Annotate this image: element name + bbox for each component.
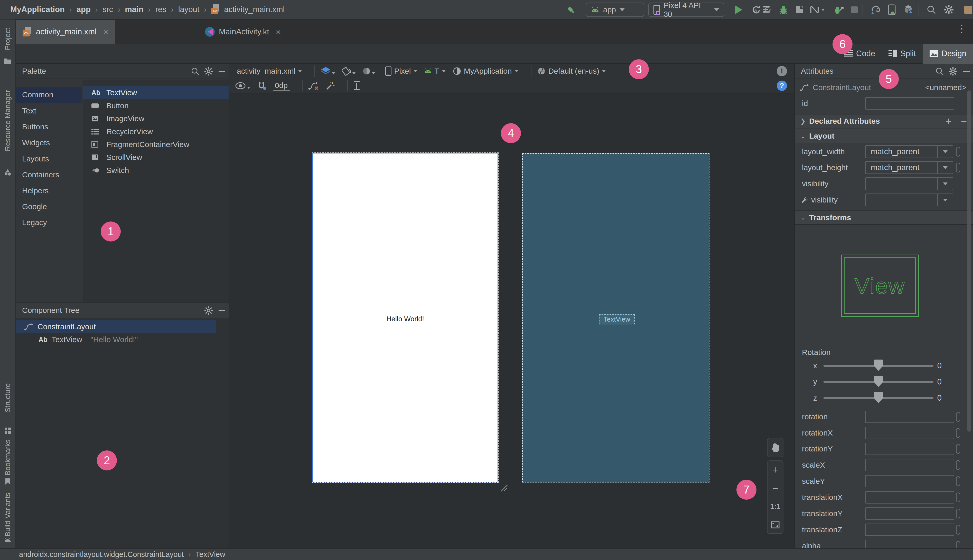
zoom-actual-button[interactable]: 1:1 [767, 497, 783, 516]
rotation-x-slider-thumb[interactable] [874, 360, 883, 371]
orientation-select[interactable] [342, 67, 356, 76]
default-margin-select[interactable]: 0dp [273, 81, 290, 91]
design-surface-select[interactable] [321, 67, 335, 76]
remove-attribute-icon[interactable]: − [961, 115, 967, 127]
palette-category-google[interactable]: Google [16, 198, 82, 215]
close-tab-icon[interactable]: × [276, 27, 281, 37]
layout-section[interactable]: ⌄ Layout [795, 129, 973, 143]
alpha-input[interactable] [865, 540, 954, 548]
close-tab-icon[interactable]: × [103, 27, 109, 37]
palette-gear-icon[interactable] [202, 65, 215, 78]
translationx-input[interactable] [865, 491, 954, 503]
pack-selection-select[interactable] [353, 81, 360, 91]
rotation-input[interactable] [865, 411, 954, 423]
palette-item-recyclerview[interactable]: RecyclerView [83, 125, 229, 138]
palette-category-layouts[interactable]: Layouts [16, 151, 82, 167]
tree-node-constraintlayout[interactable]: ConstraintLayout [16, 320, 216, 333]
palette-minimize-icon[interactable] [215, 65, 229, 78]
breadcrumb-res[interactable]: res [155, 5, 166, 14]
breadcrumb-layout[interactable]: layout [178, 5, 200, 14]
tool-strip-project[interactable]: Project [3, 28, 12, 50]
palette-category-legacy[interactable]: Legacy [16, 215, 82, 230]
hello-world-text[interactable]: Hello World! [313, 315, 498, 323]
palette-category-widgets[interactable]: Widgets [16, 135, 82, 151]
translationy-input[interactable] [865, 507, 954, 520]
profiler-n-icon[interactable] [809, 3, 826, 17]
coverage-icon[interactable] [761, 3, 774, 17]
breadcrumb-project[interactable]: MyApplication [10, 5, 65, 14]
view-options-select[interactable] [235, 82, 250, 90]
run-icon[interactable] [732, 3, 745, 17]
blueprint-textview[interactable]: TextView [599, 314, 635, 324]
palette-item-textview[interactable]: Ab TextView [83, 86, 229, 99]
palette-item-switch[interactable]: Switch [83, 164, 229, 177]
settings-gear-icon[interactable] [942, 3, 956, 17]
component-tree-minimize-icon[interactable] [215, 304, 229, 317]
tools-attribute-pill[interactable] [956, 444, 960, 454]
infer-constraints-button[interactable] [325, 81, 335, 90]
palette-item-imageview[interactable]: ImageView [83, 112, 229, 125]
tool-strip-resource-manager[interactable]: Resource Manager [3, 90, 12, 151]
issue-indicator-icon[interactable]: ! [777, 66, 787, 76]
rotation-z-slider-thumb[interactable] [874, 392, 883, 403]
tools-attribute-pill[interactable] [956, 509, 960, 518]
scaley-input[interactable] [865, 475, 954, 487]
palette-item-fragmentcontainerview[interactable]: FragmentContainerView [83, 138, 229, 151]
mode-design[interactable]: Design [923, 43, 973, 63]
zoom-in-button[interactable]: + [767, 461, 783, 479]
attributes-search-icon[interactable] [933, 65, 946, 78]
sdk-manager-icon[interactable] [902, 3, 916, 17]
id-input[interactable] [865, 97, 954, 110]
palette-category-buttons[interactable]: Buttons [16, 119, 82, 135]
tab-mainactivity-kt[interactable]: MainActivity.kt × [198, 20, 288, 43]
design-file-select[interactable]: activity_main.xml [237, 67, 302, 75]
rotationy-input[interactable] [865, 443, 954, 455]
tab-options-icon[interactable]: ⋮ [956, 23, 967, 34]
tools-attribute-pill[interactable] [956, 476, 960, 486]
tree-node-textview[interactable]: Ab TextView "Hello World!" [16, 333, 216, 346]
status-selection[interactable]: TextView [196, 550, 225, 559]
tools-attribute-pill[interactable] [956, 147, 960, 157]
tools-attribute-pill[interactable] [956, 428, 960, 438]
gradle-sync-icon[interactable] [869, 3, 882, 17]
breadcrumb-file[interactable]: activity_main.xml [224, 5, 284, 14]
rotationx-input[interactable] [865, 427, 954, 439]
tool-strip-structure[interactable]: Structure [3, 383, 12, 412]
design-canvas[interactable]: Hello World! [312, 153, 498, 482]
tools-attribute-pill[interactable] [956, 460, 960, 470]
zoom-to-fit-button[interactable] [767, 516, 783, 534]
scalex-input[interactable] [865, 459, 954, 471]
zoom-out-button[interactable]: − [767, 479, 783, 497]
transforms-section[interactable]: ⌄ Transforms [795, 210, 973, 225]
night-mode-select[interactable] [362, 67, 375, 75]
breadcrumb-main[interactable]: main [125, 5, 143, 14]
breadcrumb-app[interactable]: app [77, 5, 91, 14]
tools-attribute-pill[interactable] [956, 163, 960, 172]
search-everywhere-icon[interactable] [925, 3, 938, 17]
tools-attribute-pill[interactable] [956, 541, 960, 548]
tool-strip-build-variants[interactable]: Build Variants [3, 493, 12, 537]
layout-width-select[interactable]: match_parent [865, 145, 953, 158]
profiler-icon[interactable] [793, 3, 806, 17]
device-type-select[interactable]: Pixel [385, 67, 417, 76]
tools-attribute-pill[interactable] [956, 412, 960, 422]
run-config-select[interactable]: app [586, 3, 644, 17]
autoconnect-toggle[interactable] [257, 81, 266, 90]
build-hammer-icon[interactable] [564, 3, 577, 17]
blueprint-canvas[interactable]: TextView [522, 153, 709, 482]
visibility-select[interactable] [865, 177, 953, 190]
layout-height-select[interactable]: match_parent [865, 161, 953, 174]
declared-attributes-section[interactable]: ❯ Declared Attributes + − [795, 114, 973, 128]
apply-code-changes-icon[interactable] [832, 3, 845, 17]
tools-visibility-select[interactable] [865, 193, 953, 206]
device-select[interactable]: Pixel 4 API 30 [648, 3, 724, 17]
tab-activity-main-xml[interactable]: <> activity_main.xml × [16, 20, 115, 43]
add-attribute-icon[interactable]: + [946, 115, 951, 127]
api-version-select[interactable]: T [424, 67, 446, 75]
rotation-y-slider-thumb[interactable] [874, 376, 883, 387]
palette-item-scrollview[interactable]: ScrollView [83, 151, 229, 164]
palette-search-icon[interactable] [189, 65, 202, 78]
attributes-scrollbar[interactable] [967, 90, 971, 432]
attributes-gear-icon[interactable] [946, 65, 960, 78]
mode-split[interactable]: Split [882, 43, 923, 63]
